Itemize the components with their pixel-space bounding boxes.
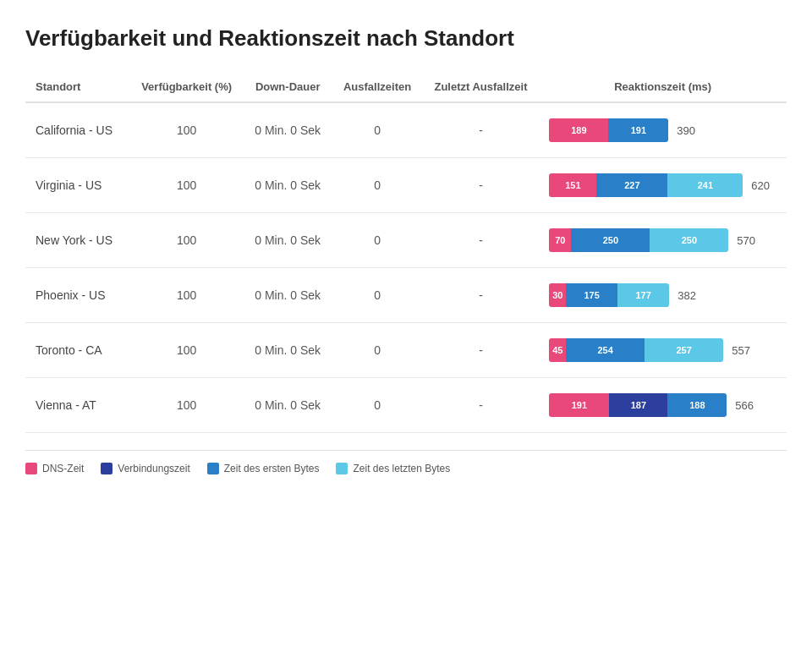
- dns-bar: 189: [549, 118, 608, 142]
- first-byte-bar: 175: [566, 283, 617, 307]
- legend-label: DNS-Zeit: [42, 463, 84, 474]
- table-row: California - US 100 0 Min. 0 Sek 0 - 189…: [25, 102, 787, 158]
- reaction-time-cell: 191 187 188 566: [539, 378, 787, 433]
- dns-bar: 45: [549, 338, 566, 362]
- legend-color-swatch: [207, 463, 219, 474]
- legend-item: DNS-Zeit: [25, 463, 84, 474]
- total-label: 566: [735, 399, 754, 412]
- outages: 0: [332, 213, 423, 268]
- total-label: 620: [751, 179, 770, 192]
- col-verfuegbarkeit: Verfügbarkeit (%): [129, 72, 244, 102]
- availability: 100: [129, 323, 244, 378]
- reaction-time-cell: 45 254 257 557: [539, 323, 787, 378]
- last-outage: -: [423, 378, 540, 433]
- col-standort: Standort: [25, 72, 129, 102]
- legend: DNS-Zeit Verbindungszeit Zeit des ersten…: [25, 450, 787, 474]
- legend-label: Verbindungszeit: [118, 463, 189, 474]
- availability: 100: [129, 378, 244, 433]
- table-row: Phoenix - US 100 0 Min. 0 Sek 0 - 30 175…: [25, 268, 787, 323]
- legend-color-swatch: [101, 463, 112, 474]
- first-byte-bar: 254: [566, 338, 645, 362]
- legend-color-swatch: [25, 463, 37, 474]
- outages: 0: [332, 378, 423, 433]
- down-duration: 0 Min. 0 Sek: [244, 102, 332, 158]
- reaction-time-cell: 151 227 241 620: [539, 158, 787, 213]
- last-outage: -: [423, 213, 540, 268]
- first-byte-bar: 188: [667, 393, 727, 417]
- col-reaktionszeit: Reaktionszeit (ms): [539, 72, 787, 102]
- col-zuletzt: Zuletzt Ausfallzeit: [423, 72, 540, 102]
- down-duration: 0 Min. 0 Sek: [244, 158, 332, 213]
- location-name: Vienna - AT: [25, 378, 129, 433]
- legend-label: Zeit des letzten Bytes: [353, 463, 450, 474]
- legend-item: Verbindungszeit: [101, 463, 189, 474]
- connect-bar: 187: [609, 393, 667, 417]
- availability: 100: [129, 102, 244, 158]
- last-byte-bar: 250: [650, 228, 728, 252]
- reaction-time-cell: 30 175 177 382: [539, 268, 787, 323]
- total-label: 570: [737, 234, 755, 247]
- first-byte-bar: 191: [608, 118, 668, 142]
- down-duration: 0 Min. 0 Sek: [244, 378, 332, 433]
- location-name: Phoenix - US: [25, 268, 129, 323]
- availability: 100: [129, 158, 244, 213]
- total-label: 557: [732, 344, 750, 357]
- last-byte-bar: 177: [617, 283, 669, 307]
- table-row: New York - US 100 0 Min. 0 Sek 0 - 70 25…: [25, 213, 787, 268]
- table-row: Vienna - AT 100 0 Min. 0 Sek 0 - 191 187…: [25, 378, 787, 433]
- last-outage: -: [423, 323, 540, 378]
- dns-bar: 30: [549, 283, 566, 307]
- first-byte-bar: 250: [571, 228, 650, 252]
- outages: 0: [332, 268, 423, 323]
- last-outage: -: [423, 158, 540, 213]
- down-duration: 0 Min. 0 Sek: [244, 268, 332, 323]
- dns-bar: 151: [549, 173, 596, 197]
- location-name: California - US: [25, 102, 129, 158]
- reaction-time-cell: 70 250 250 570: [539, 213, 787, 268]
- legend-label: Zeit des ersten Bytes: [224, 463, 320, 474]
- dns-bar: 191: [549, 393, 609, 417]
- outages: 0: [332, 158, 423, 213]
- page-title: Verfügbarkeit und Reaktionszeit nach Sta…: [25, 25, 787, 52]
- availability-table: Standort Verfügbarkeit (%) Down-Dauer Au…: [25, 72, 787, 433]
- location-name: Virginia - US: [25, 158, 129, 213]
- table-row: Toronto - CA 100 0 Min. 0 Sek 0 - 45 254…: [25, 323, 787, 378]
- legend-color-swatch: [336, 463, 348, 474]
- outages: 0: [332, 102, 423, 158]
- dns-bar: 70: [549, 228, 571, 252]
- col-down-dauer: Down-Dauer: [244, 72, 332, 102]
- total-label: 390: [677, 124, 695, 137]
- last-byte-bar: 257: [645, 338, 723, 362]
- location-name: New York - US: [25, 213, 129, 268]
- reaction-time-cell: 189 191 390: [539, 102, 787, 158]
- down-duration: 0 Min. 0 Sek: [244, 323, 332, 378]
- last-byte-bar: 241: [667, 173, 743, 197]
- outages: 0: [332, 323, 423, 378]
- legend-item: Zeit des letzten Bytes: [336, 463, 450, 474]
- last-outage: -: [423, 268, 540, 323]
- total-label: 382: [678, 289, 696, 302]
- availability: 100: [129, 268, 244, 323]
- down-duration: 0 Min. 0 Sek: [244, 213, 332, 268]
- first-byte-bar: 227: [596, 173, 667, 197]
- table-row: Virginia - US 100 0 Min. 0 Sek 0 - 151 2…: [25, 158, 787, 213]
- last-outage: -: [423, 102, 540, 158]
- legend-item: Zeit des ersten Bytes: [207, 463, 320, 474]
- availability: 100: [129, 213, 244, 268]
- col-ausfallzeiten: Ausfallzeiten: [332, 72, 423, 102]
- location-name: Toronto - CA: [25, 323, 129, 378]
